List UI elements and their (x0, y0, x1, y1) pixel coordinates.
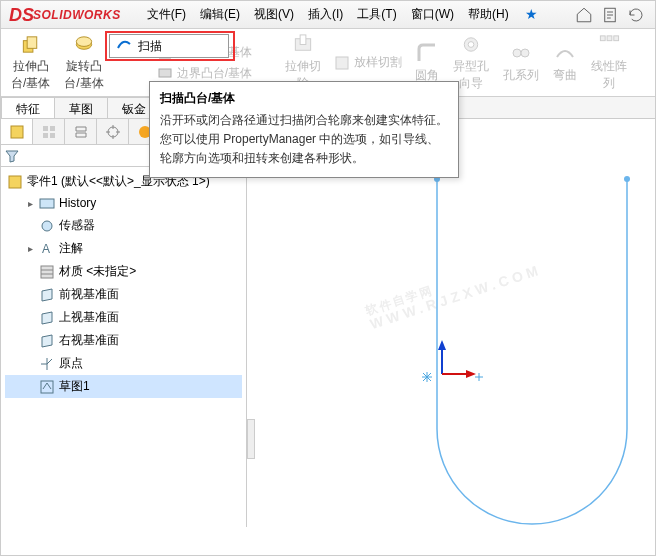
extrude-icon (19, 33, 43, 56)
svg-rect-13 (600, 36, 605, 41)
origin-icon (39, 356, 55, 372)
menu-pin-icon[interactable]: ★ (517, 2, 546, 27)
expander-icon[interactable]: ▸ (25, 243, 35, 254)
svg-rect-21 (43, 133, 48, 138)
svg-point-28 (42, 221, 52, 231)
sketch-icon (39, 379, 55, 395)
refresh-icon[interactable] (627, 6, 645, 24)
grid-icon (41, 124, 57, 140)
svg-rect-14 (607, 36, 612, 41)
view-ruler[interactable] (247, 419, 255, 459)
menu-tools[interactable]: 工具(T) (351, 2, 402, 27)
svg-rect-15 (614, 36, 619, 41)
svg-rect-5 (159, 69, 171, 77)
boundary-button[interactable]: 边界凸台/基体 (156, 64, 253, 83)
tree-sensors[interactable]: 传感器 (5, 214, 242, 237)
annotation-icon: A (39, 241, 55, 257)
graphics-area[interactable]: 软件自学网 WWW.RJZXW.COM (247, 119, 655, 527)
sensor-icon (39, 218, 55, 234)
svg-text:A: A (42, 242, 50, 256)
tab-sketch[interactable]: 草图 (54, 97, 108, 118)
revolve-icon (72, 33, 96, 56)
loft-cut-icon (334, 55, 350, 71)
feature-manager-panel: 零件1 (默认<<默认>_显示状态 1>) ▸History 传感器 ▸A注解 … (1, 119, 247, 527)
svg-rect-22 (50, 133, 55, 138)
logo-text: SOLIDWORKS (33, 8, 121, 22)
fillet-icon (415, 41, 439, 65)
menu-window[interactable]: 窗口(W) (405, 2, 460, 27)
menu-file[interactable]: 文件(F) (141, 2, 192, 27)
doc-icon[interactable] (601, 6, 619, 24)
svg-rect-2 (27, 37, 37, 49)
title-bar: DS SOLIDWORKS 文件(F) 编辑(E) 视图(V) 插入(I) 工具… (1, 1, 655, 29)
part-icon (7, 174, 23, 190)
svg-marker-35 (466, 370, 476, 378)
panel-tab-property[interactable] (33, 119, 65, 144)
tree-history[interactable]: ▸History (5, 192, 242, 214)
panel-tab-config[interactable] (65, 119, 97, 144)
filter-icon[interactable] (5, 149, 19, 163)
tooltip-title: 扫描凸台/基体 (160, 90, 448, 107)
highlight-sweep (105, 31, 235, 61)
center-point-icon (475, 373, 483, 381)
boundary-icon (157, 65, 173, 81)
tree-right-plane[interactable]: 右视基准面 (5, 329, 242, 352)
sketch-origin-triad (438, 340, 476, 378)
extrude-cut-icon (291, 33, 315, 56)
menu-bar: 文件(F) 编辑(E) 视图(V) 插入(I) 工具(T) 窗口(W) 帮助(H… (141, 2, 546, 27)
pattern-icon (597, 33, 621, 56)
workspace: 零件1 (默认<<默认>_显示状态 1>) ▸History 传感器 ▸A注解 … (1, 119, 655, 527)
sketch-geometry (247, 119, 656, 529)
app-logo: DS SOLIDWORKS (1, 5, 129, 25)
endpoint-icon[interactable] (624, 176, 630, 182)
svg-rect-7 (300, 35, 306, 45)
svg-rect-27 (40, 199, 54, 208)
tree-front-plane[interactable]: 前视基准面 (5, 283, 242, 306)
extrude-boss-button[interactable]: 拉伸凸 台/基体 (9, 31, 52, 94)
bend-icon (553, 41, 577, 65)
svg-rect-30 (41, 266, 53, 278)
title-quick-icons (575, 6, 655, 24)
expander-icon[interactable]: ▸ (25, 198, 35, 209)
hole-series-icon (509, 41, 533, 65)
tree-annotations[interactable]: ▸A注解 (5, 237, 242, 260)
menu-edit[interactable]: 编辑(E) (194, 2, 246, 27)
panel-tab-feature-tree[interactable] (1, 119, 33, 144)
revolve-label: 旋转凸 台/基体 (64, 58, 103, 92)
panel-tab-dimxpert[interactable] (97, 119, 129, 144)
svg-rect-19 (43, 126, 48, 131)
svg-point-12 (521, 49, 529, 57)
hole-series-button: 孔系列 (501, 31, 541, 94)
svg-rect-8 (336, 57, 348, 69)
pattern-button: 线性阵 列 (589, 31, 629, 94)
tooltip-body: 沿开环或闭合路径通过扫描闭合轮廓来创建实体特征。您可以使用 PropertyMa… (160, 111, 448, 169)
menu-view[interactable]: 视图(V) (248, 2, 300, 27)
tree-origin[interactable]: 原点 (5, 352, 242, 375)
tree-top-plane[interactable]: 上视基准面 (5, 306, 242, 329)
tab-feature[interactable]: 特征 (1, 97, 55, 118)
svg-rect-26 (9, 176, 21, 188)
logo-icon: DS (9, 5, 29, 25)
loft-cut-button: 放样切割 (333, 53, 403, 72)
menu-insert[interactable]: 插入(I) (302, 2, 349, 27)
target-icon (105, 124, 121, 140)
tree-icon (9, 124, 25, 140)
plane-icon (39, 287, 55, 303)
menu-help[interactable]: 帮助(H) (462, 2, 515, 27)
svg-marker-33 (438, 340, 446, 350)
svg-point-11 (513, 49, 521, 57)
feature-tree: 零件1 (默认<<默认>_显示状态 1>) ▸History 传感器 ▸A注解 … (1, 167, 246, 527)
home-icon[interactable] (575, 6, 593, 24)
folder-icon (39, 195, 55, 211)
hole-icon (459, 33, 483, 56)
plane-icon (39, 310, 55, 326)
tooltip: 扫描凸台/基体 沿开环或闭合路径通过扫描闭合轮廓来创建实体特征。您可以使用 Pr… (149, 81, 459, 178)
svg-rect-20 (50, 126, 55, 131)
revolve-boss-button[interactable]: 旋转凸 台/基体 (62, 31, 105, 94)
svg-point-10 (468, 42, 474, 48)
bend-button: 弯曲 (551, 31, 579, 94)
extrude-label: 拉伸凸 台/基体 (11, 58, 50, 92)
tree-material[interactable]: 材质 <未指定> (5, 260, 242, 283)
config-icon (73, 124, 89, 140)
tree-sketch1[interactable]: 草图1 (5, 375, 242, 398)
